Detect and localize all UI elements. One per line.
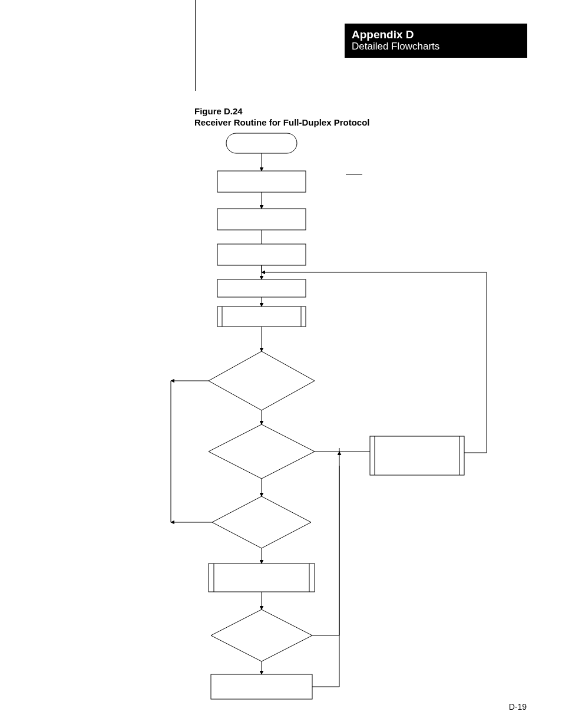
- svg-rect-0: [217, 307, 306, 327]
- node-d3: [212, 496, 311, 548]
- edge-loop-right: [262, 272, 487, 453]
- node-d4: [211, 610, 312, 661]
- edge-p5-right: [312, 452, 339, 687]
- svg-rect-6: [209, 564, 315, 592]
- flowchart-svg: [0, 0, 562, 728]
- page: Appendix D Detailed Flowcharts Figure D.…: [0, 0, 562, 728]
- node-p1: [217, 171, 306, 192]
- node-p3: [217, 244, 306, 265]
- node-side-sub: [370, 436, 464, 475]
- node-p5: [211, 674, 312, 699]
- node-p2: [217, 209, 306, 230]
- node-start: [226, 133, 297, 153]
- node-p4: [217, 279, 306, 297]
- node-sub1: [217, 307, 306, 327]
- page-number: D-19: [509, 702, 527, 711]
- svg-rect-3: [370, 436, 464, 475]
- node-sub2: [209, 564, 315, 592]
- node-d1: [209, 351, 315, 410]
- node-d2: [209, 424, 315, 479]
- edge-d4-right: [312, 466, 339, 635]
